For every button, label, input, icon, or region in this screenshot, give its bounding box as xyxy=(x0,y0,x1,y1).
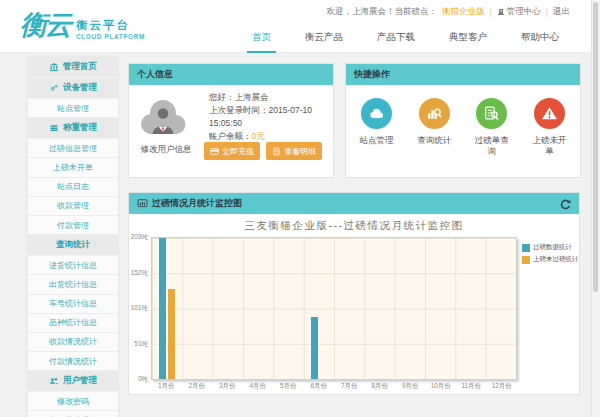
chart-x-axis: 1月份2月份3月份4月份5月份6月份7月份8月份9月份10月份11月份12月份 xyxy=(151,382,517,391)
sidebar: 管理首页设备管理站点管理称重管理过磅信息管理上磅未开单站点日志收款管理付款管理查… xyxy=(28,57,118,417)
bank-icon xyxy=(49,62,59,72)
x-tick-label: 2月份 xyxy=(182,382,213,391)
y-tick-label: 152吨 xyxy=(131,268,148,277)
sidebar-item[interactable]: 上磅未开单 xyxy=(28,158,118,177)
scrollbar-thumb[interactable] xyxy=(593,2,598,292)
legend-label: 过磅数据统计 xyxy=(533,243,572,252)
sidebar-item[interactable]: 进货统计信息 xyxy=(28,256,118,275)
bar-chart-icon xyxy=(137,198,148,209)
quick-action-label: 上磅未开单 xyxy=(529,135,569,157)
x-tick-label: 6月份 xyxy=(304,382,335,391)
nav-tab[interactable]: 产品下载 xyxy=(372,26,420,53)
sidebar-section-header[interactable]: 管理首页 xyxy=(28,57,118,78)
recharge-button-label: 立即充值 xyxy=(222,146,254,157)
sidebar-section-label: 查询统计 xyxy=(56,239,90,251)
x-tick-label: 3月份 xyxy=(212,382,243,391)
profile-panel: 个人信息 修改用户信息 您好：上海展会 上次登录时间：2015-07-10 15… xyxy=(128,63,334,178)
doc-search-icon xyxy=(483,105,500,122)
quick-action[interactable]: 站点管理 xyxy=(350,98,404,157)
chart-panel: 过磅情况月统计监控图 三友衡猫企业版---过磅情况月统计监控图 203吨152吨… xyxy=(128,192,580,395)
chart-bar xyxy=(311,317,318,380)
building-icon xyxy=(497,8,505,16)
quick-action[interactable]: 过磅单查询 xyxy=(465,98,519,157)
sidebar-item[interactable]: 付款管理 xyxy=(28,216,118,235)
refresh-icon[interactable] xyxy=(559,197,572,210)
sidebar-item[interactable]: 车号统计信息 xyxy=(28,295,118,314)
platform-name: 衡云平台 xyxy=(76,18,145,33)
sidebar-item[interactable]: 收款情况统计 xyxy=(28,333,118,352)
chart-title: 三友衡猫企业版---过磅情况月统计监控图 xyxy=(129,219,579,233)
sidebar-section-header[interactable]: 查询统计 xyxy=(28,235,118,256)
topbar: 欢迎，上海展会！当前磅点： 衡猫企业版 | 管理中心 | 退出 xyxy=(327,6,570,18)
sidebar-item[interactable]: 站点管理 xyxy=(28,99,118,118)
greeting-text: 您好：上海展会 xyxy=(209,91,329,104)
cloud-icon xyxy=(368,105,385,122)
y-tick-label: 0吨 xyxy=(138,375,148,384)
quick-panel-title: 快捷操作 xyxy=(354,68,390,81)
last-login-text: 上次登录时间：2015-07-10 15:05:50 xyxy=(209,104,329,130)
nav-tab[interactable]: 典型客户 xyxy=(444,26,492,53)
chart-bar xyxy=(159,238,166,379)
balance-value: 0元 xyxy=(252,131,265,141)
sidebar-item[interactable]: 品种统计信息 xyxy=(28,314,118,333)
x-tick-label: 11月份 xyxy=(456,382,487,391)
list-icon xyxy=(49,123,59,133)
profile-panel-title: 个人信息 xyxy=(137,68,173,81)
admin-center-label: 管理中心 xyxy=(507,6,541,18)
x-tick-label: 9月份 xyxy=(395,382,426,391)
chart-bar xyxy=(168,289,175,379)
view-detail-button[interactable]: 查看明细 xyxy=(266,142,322,160)
sidebar-section-header[interactable]: 称重管理 xyxy=(28,118,118,139)
sidebar-section-header[interactable]: 设备管理 xyxy=(28,78,118,99)
x-tick-label: 5月份 xyxy=(273,382,304,391)
sidebar-section-label: 用户管理 xyxy=(63,375,97,387)
nav-tab[interactable]: 衡云产品 xyxy=(300,26,348,53)
chart-legend: 过磅数据统计上磅未过磅统计 xyxy=(522,243,579,264)
logo-mark: 衡云 xyxy=(20,5,70,45)
quick-action-label: 站点管理 xyxy=(357,135,397,146)
quick-action-label: 过磅单查询 xyxy=(472,135,512,157)
sidebar-item[interactable]: 过磅信息管理 xyxy=(28,139,118,158)
sidebar-section-header[interactable]: 用户管理 xyxy=(28,371,118,392)
document-icon xyxy=(272,147,281,156)
sidebar-item[interactable]: 站点日志 xyxy=(28,178,118,197)
legend-swatch xyxy=(522,244,530,252)
y-tick-label: 203吨 xyxy=(131,233,148,242)
chart-panel-header: 过磅情况月统计监控图 xyxy=(129,193,579,214)
legend-item: 过磅数据统计 xyxy=(522,243,579,252)
profile-info: 您好：上海展会 上次登录时间：2015-07-10 15:05:50 账户余额：… xyxy=(209,91,329,143)
y-tick-label: 101吨 xyxy=(131,304,148,313)
sidebar-item[interactable]: 修改关联手机 xyxy=(28,411,118,417)
current-site-link[interactable]: 衡猫企业版 xyxy=(442,6,485,18)
logout-link[interactable]: 退出 xyxy=(553,6,570,18)
chart-search-icon xyxy=(426,105,443,122)
nav-tab[interactable]: 首页 xyxy=(247,26,276,53)
quick-action[interactable]: 查询统计 xyxy=(407,98,461,157)
platform-subtitle: CLOUD PLATFORM xyxy=(76,33,145,40)
x-tick-label: 12月份 xyxy=(487,382,518,391)
users-icon xyxy=(49,376,59,386)
x-tick-label: 7月份 xyxy=(334,382,365,391)
x-tick-label: 1月份 xyxy=(151,382,182,391)
quick-panel-header: 快捷操作 xyxy=(346,64,580,85)
sidebar-item[interactable]: 付款情况统计 xyxy=(28,352,118,371)
edit-user-info-link[interactable]: 修改用户信息 xyxy=(129,144,203,156)
profile-buttons: 立即充值 查看明细 xyxy=(204,142,322,160)
scrollbar[interactable] xyxy=(591,0,600,417)
separator: | xyxy=(546,7,548,17)
y-tick-label: 51吨 xyxy=(134,339,148,348)
profile-panel-header: 个人信息 xyxy=(129,64,333,85)
x-tick-label: 8月份 xyxy=(365,382,396,391)
nav-tabs: 首页衡云产品产品下载典型客户帮助中心 xyxy=(247,26,564,53)
sidebar-item[interactable]: 收款管理 xyxy=(28,197,118,216)
sidebar-item[interactable]: 出货统计信息 xyxy=(28,275,118,294)
admin-center-link[interactable]: 管理中心 xyxy=(497,6,541,18)
sidebar-item[interactable]: 修改密码 xyxy=(28,392,118,411)
recharge-button[interactable]: 立即充值 xyxy=(204,142,260,160)
quick-actions: 站点管理查询统计过磅单查询上磅未开单 xyxy=(346,85,580,157)
quick-action[interactable]: 上磅未开单 xyxy=(522,98,576,157)
bank-card-icon xyxy=(210,147,219,156)
quick-action-label: 查询统计 xyxy=(414,135,454,146)
page: 衡云 衡云平台 CLOUD PLATFORM 欢迎，上海展会！当前磅点： 衡猫企… xyxy=(0,0,600,417)
nav-tab[interactable]: 帮助中心 xyxy=(516,26,564,53)
